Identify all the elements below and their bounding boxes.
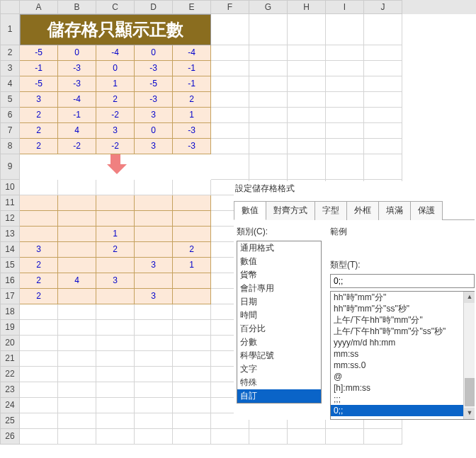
- cell[interactable]: [20, 211, 58, 227]
- cell[interactable]: [326, 14, 364, 45]
- format-item[interactable]: mm:ss.0: [331, 360, 475, 371]
- cell[interactable]: [211, 76, 249, 92]
- cell[interactable]: 1: [96, 76, 135, 92]
- cell[interactable]: [96, 367, 135, 382]
- scrollbar[interactable]: ▲ ▼: [463, 292, 475, 419]
- cell[interactable]: -3: [135, 92, 173, 108]
- col-header[interactable]: J: [364, 0, 402, 14]
- cell[interactable]: [20, 413, 58, 429]
- cell[interactable]: [364, 429, 402, 445]
- tab-number[interactable]: 數值: [234, 201, 266, 220]
- tab-fill[interactable]: 填滿: [378, 201, 411, 220]
- cell[interactable]: [135, 429, 173, 445]
- scroll-up-icon[interactable]: ▲: [464, 292, 475, 303]
- cell[interactable]: [211, 108, 249, 123]
- cell[interactable]: [326, 45, 364, 61]
- cell[interactable]: [20, 227, 58, 242]
- cell[interactable]: -1: [58, 108, 96, 123]
- cell[interactable]: [96, 258, 135, 273]
- row-header[interactable]: 8: [0, 139, 20, 154]
- cell[interactable]: -4: [173, 45, 211, 61]
- cell[interactable]: 1: [96, 227, 135, 242]
- cell[interactable]: 2: [173, 242, 211, 258]
- row-header[interactable]: 10: [0, 180, 20, 195]
- row-header[interactable]: 23: [0, 382, 20, 398]
- category-item[interactable]: 分數: [237, 336, 321, 349]
- cell[interactable]: [364, 14, 402, 45]
- cell[interactable]: [20, 336, 58, 351]
- cell[interactable]: [20, 398, 58, 413]
- category-item[interactable]: 文字: [237, 362, 321, 376]
- cell[interactable]: [135, 304, 173, 320]
- cell[interactable]: [249, 92, 288, 108]
- cell[interactable]: [326, 123, 364, 139]
- cell[interactable]: 3: [135, 289, 173, 304]
- cell[interactable]: 2: [20, 273, 58, 289]
- cell[interactable]: [135, 195, 173, 211]
- cell[interactable]: [173, 195, 211, 211]
- cell[interactable]: [249, 14, 288, 45]
- cell[interactable]: [173, 336, 211, 351]
- category-item[interactable]: 數值: [237, 255, 321, 268]
- cell[interactable]: -3: [58, 61, 96, 76]
- cell[interactable]: [173, 304, 211, 320]
- category-item[interactable]: 科學記號: [237, 349, 321, 362]
- cell[interactable]: [173, 351, 211, 367]
- cell[interactable]: [249, 61, 288, 76]
- cell[interactable]: [96, 289, 135, 304]
- cell[interactable]: -1: [173, 61, 211, 76]
- row-header[interactable]: 2: [0, 45, 20, 61]
- cell[interactable]: [20, 304, 58, 320]
- row-header[interactable]: 7: [0, 123, 20, 139]
- cell[interactable]: 2: [173, 92, 211, 108]
- format-item[interactable]: 0;;: [331, 405, 475, 416]
- cell[interactable]: 3: [20, 242, 58, 258]
- cell[interactable]: [211, 45, 249, 61]
- cell[interactable]: 2: [96, 92, 135, 108]
- col-header[interactable]: A: [20, 0, 58, 14]
- col-header[interactable]: C: [96, 0, 135, 14]
- cell[interactable]: [96, 398, 135, 413]
- format-item[interactable]: yyyy/m/d hh:mm: [331, 337, 475, 348]
- row-header[interactable]: 20: [0, 336, 20, 351]
- cell[interactable]: [173, 367, 211, 382]
- cell[interactable]: [288, 92, 326, 108]
- cell[interactable]: [288, 139, 326, 154]
- cell[interactable]: [211, 429, 249, 445]
- cell[interactable]: -3: [135, 61, 173, 76]
- cell[interactable]: 2: [20, 139, 58, 154]
- tab-font[interactable]: 字型: [314, 201, 347, 220]
- cell[interactable]: [364, 45, 402, 61]
- cell[interactable]: [20, 382, 58, 398]
- cell[interactable]: [58, 227, 96, 242]
- category-item[interactable]: 日期: [237, 295, 321, 309]
- cell[interactable]: [173, 398, 211, 413]
- tab-border[interactable]: 外框: [346, 201, 379, 220]
- cell[interactable]: 3: [135, 139, 173, 154]
- row-header[interactable]: 26: [0, 429, 20, 445]
- cell[interactable]: 0: [135, 123, 173, 139]
- cell[interactable]: [96, 351, 135, 367]
- category-listbox[interactable]: 通用格式數值貨幣會計專用日期時間百分比分數科學記號文字特殊自訂: [237, 241, 322, 403]
- col-header[interactable]: E: [173, 0, 211, 14]
- cell[interactable]: -3: [173, 123, 211, 139]
- cell[interactable]: [364, 61, 402, 76]
- cell[interactable]: [58, 320, 96, 336]
- cell[interactable]: [288, 429, 326, 445]
- cell[interactable]: [96, 211, 135, 227]
- cell[interactable]: 2: [20, 123, 58, 139]
- cell[interactable]: [364, 154, 402, 180]
- col-header[interactable]: B: [58, 0, 96, 14]
- cell[interactable]: -1: [20, 61, 58, 76]
- scroll-down-icon[interactable]: ▼: [464, 408, 475, 419]
- row-header[interactable]: 16: [0, 273, 20, 289]
- cell[interactable]: [58, 289, 96, 304]
- cell[interactable]: [135, 211, 173, 227]
- cell[interactable]: [249, 45, 288, 61]
- cell[interactable]: -2: [96, 108, 135, 123]
- cell[interactable]: [364, 139, 402, 154]
- cell[interactable]: [211, 139, 249, 154]
- row-header[interactable]: 5: [0, 92, 20, 108]
- row-header[interactable]: 24: [0, 398, 20, 413]
- cell[interactable]: 3: [20, 92, 58, 108]
